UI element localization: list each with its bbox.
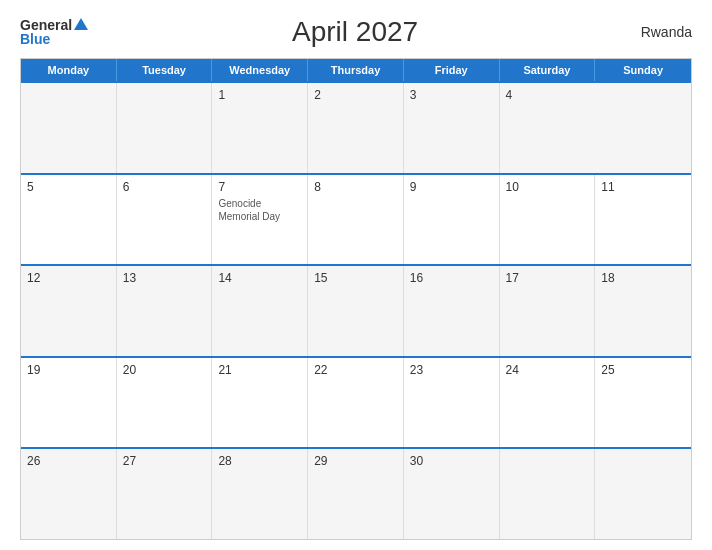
day-cell-10: 10 <box>500 175 596 265</box>
day-cell-2: 2 <box>308 83 404 173</box>
day-cell-15: 15 <box>308 266 404 356</box>
week-row-2: 5 6 7 Genocide Memorial Day 8 9 10 <box>21 173 691 265</box>
day-number: 1 <box>218 88 301 102</box>
calendar-title: April 2027 <box>88 16 622 48</box>
day-cell-23: 23 <box>404 358 500 448</box>
day-number: 9 <box>410 180 493 194</box>
day-cell-6: 6 <box>117 175 213 265</box>
day-number: 13 <box>123 271 206 285</box>
day-cell-17: 17 <box>500 266 596 356</box>
day-cell-29: 29 <box>308 449 404 539</box>
day-number: 7 <box>218 180 301 194</box>
day-number: 11 <box>601 180 685 194</box>
day-cell-1: 1 <box>212 83 308 173</box>
day-cell-16: 16 <box>404 266 500 356</box>
header-thursday: Thursday <box>308 59 404 81</box>
day-number: 3 <box>410 88 493 102</box>
day-cell-14: 14 <box>212 266 308 356</box>
day-cell-4: 4 <box>500 83 596 173</box>
day-cell-12: 12 <box>21 266 117 356</box>
logo-triangle-icon <box>74 18 88 30</box>
day-number: 16 <box>410 271 493 285</box>
header-friday: Friday <box>404 59 500 81</box>
day-cell-19: 19 <box>21 358 117 448</box>
day-cell-13: 13 <box>117 266 213 356</box>
day-cell-20: 20 <box>117 358 213 448</box>
day-cell-empty <box>117 83 213 173</box>
week-row-4: 19 20 21 22 23 24 25 <box>21 356 691 448</box>
day-cell-26: 26 <box>21 449 117 539</box>
day-number: 22 <box>314 363 397 377</box>
day-cell-21: 21 <box>212 358 308 448</box>
holiday-genocide-memorial: Genocide Memorial Day <box>218 197 301 223</box>
day-cell-30: 30 <box>404 449 500 539</box>
day-number: 12 <box>27 271 110 285</box>
day-number: 29 <box>314 454 397 468</box>
day-number: 19 <box>27 363 110 377</box>
day-cell-18: 18 <box>595 266 691 356</box>
day-cell-24: 24 <box>500 358 596 448</box>
country-name: Rwanda <box>622 24 692 40</box>
day-cell-7: 7 Genocide Memorial Day <box>212 175 308 265</box>
day-number: 15 <box>314 271 397 285</box>
day-number: 5 <box>27 180 110 194</box>
week-row-1: 1 2 3 4 <box>21 81 691 173</box>
weeks-container: 1 2 3 4 5 6 <box>21 81 691 539</box>
header-saturday: Saturday <box>500 59 596 81</box>
day-number: 27 <box>123 454 206 468</box>
day-number: 17 <box>506 271 589 285</box>
header-wednesday: Wednesday <box>212 59 308 81</box>
header: General Blue April 2027 Rwanda <box>20 16 692 48</box>
day-cell-9: 9 <box>404 175 500 265</box>
week-row-5: 26 27 28 29 30 <box>21 447 691 539</box>
day-cell-empty <box>595 449 691 539</box>
day-number: 4 <box>506 88 590 102</box>
day-number: 20 <box>123 363 206 377</box>
day-number: 23 <box>410 363 493 377</box>
day-cell-8: 8 <box>308 175 404 265</box>
day-number: 24 <box>506 363 589 377</box>
day-number: 10 <box>506 180 589 194</box>
days-header: Monday Tuesday Wednesday Thursday Friday… <box>21 59 691 81</box>
day-cell-3: 3 <box>404 83 500 173</box>
logo-blue-text: Blue <box>20 32 50 46</box>
day-number: 18 <box>601 271 685 285</box>
logo-general-text: General <box>20 18 72 32</box>
day-number: 26 <box>27 454 110 468</box>
calendar-grid: Monday Tuesday Wednesday Thursday Friday… <box>20 58 692 540</box>
week-row-3: 12 13 14 15 16 17 18 <box>21 264 691 356</box>
day-number: 28 <box>218 454 301 468</box>
day-number: 8 <box>314 180 397 194</box>
day-number: 25 <box>601 363 685 377</box>
header-monday: Monday <box>21 59 117 81</box>
day-number: 30 <box>410 454 493 468</box>
day-number: 6 <box>123 180 206 194</box>
day-cell-27: 27 <box>117 449 213 539</box>
day-cell-empty <box>500 449 596 539</box>
logo: General Blue <box>20 18 88 46</box>
day-cell-22: 22 <box>308 358 404 448</box>
header-tuesday: Tuesday <box>117 59 213 81</box>
day-cell-5: 5 <box>21 175 117 265</box>
calendar-page: General Blue April 2027 Rwanda Monday Tu… <box>0 0 712 550</box>
day-cell-empty <box>21 83 117 173</box>
day-number: 14 <box>218 271 301 285</box>
day-cell-28: 28 <box>212 449 308 539</box>
day-cell-11: 11 <box>595 175 691 265</box>
day-number: 2 <box>314 88 397 102</box>
day-cell-25: 25 <box>595 358 691 448</box>
header-sunday: Sunday <box>595 59 691 81</box>
day-number: 21 <box>218 363 301 377</box>
